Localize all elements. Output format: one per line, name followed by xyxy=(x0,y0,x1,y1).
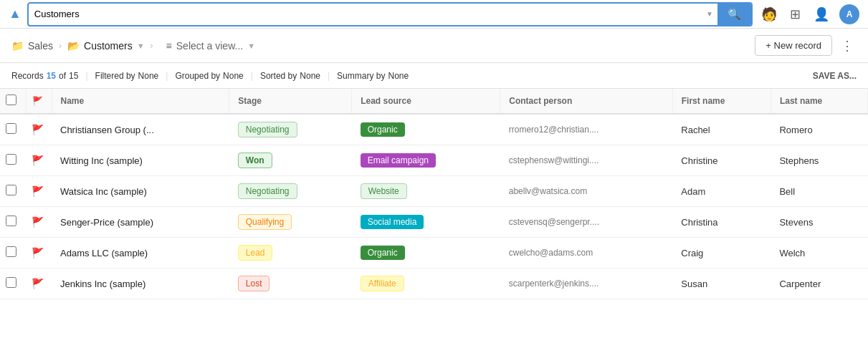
row-checkbox[interactable] xyxy=(6,154,16,165)
sep-1: | xyxy=(85,71,87,81)
flag-icon[interactable]: 🚩 xyxy=(32,155,44,166)
row-checkbox[interactable] xyxy=(6,216,16,226)
col-last-name: Last name xyxy=(771,89,867,114)
filtered-label: Filtered by xyxy=(95,71,135,81)
sales-label: Sales xyxy=(28,40,53,52)
app-logo: ▲ xyxy=(9,6,22,21)
grid-apps-button[interactable]: ⊞ xyxy=(787,4,803,25)
row-first-name-cell: Christina xyxy=(672,207,771,238)
row-checkbox[interactable] xyxy=(6,123,16,134)
flag-icon[interactable]: 🚩 xyxy=(32,185,44,197)
row-stage-cell: Qualifying xyxy=(229,207,352,238)
row-checkbox-cell xyxy=(0,268,26,299)
row-checkbox[interactable] xyxy=(6,246,16,257)
row-last-name-cell: Stevens xyxy=(771,207,867,238)
sep-2: | xyxy=(166,71,168,81)
view-dropdown-icon: ▼ xyxy=(247,42,255,50)
account-button[interactable]: 👤 xyxy=(811,4,832,25)
row-name-cell[interactable]: Senger-Price (sample) xyxy=(52,207,229,238)
search-wrapper: ▼ 🔍 xyxy=(27,2,753,26)
view-label: Select a view... xyxy=(176,40,243,52)
sales-folder-icon: 📁 xyxy=(11,40,24,52)
search-button[interactable]: 🔍 xyxy=(717,4,751,25)
lead-source-badge[interactable]: Social media xyxy=(361,215,424,229)
stage-badge[interactable]: Lost xyxy=(238,276,270,291)
table-row: 🚩 Christiansen Group (... Negotiating Or… xyxy=(0,114,868,145)
row-lead-source-cell: Website xyxy=(352,176,500,207)
breadcrumb-sales[interactable]: 📁 Sales xyxy=(11,40,53,52)
new-record-button[interactable]: + New record xyxy=(755,35,832,56)
search-input[interactable] xyxy=(29,6,702,22)
row-flag-cell: 🚩 xyxy=(26,145,52,176)
row-stage-cell: Lost xyxy=(229,268,352,299)
view-icon: ≡ xyxy=(166,40,172,52)
search-dropdown-arrow[interactable]: ▼ xyxy=(702,7,717,21)
row-stage-cell: Won xyxy=(229,145,352,176)
breadcrumb-customers[interactable]: 📂 Customers ▼ xyxy=(67,40,145,52)
col-first-name: First name xyxy=(672,89,771,114)
table-row: 🚩 Jenkins Inc (sample) Lost Affiliate sc… xyxy=(0,268,868,299)
row-flag-cell: 🚩 xyxy=(26,114,52,145)
records-total: 15 xyxy=(69,71,78,81)
grouped-value[interactable]: None xyxy=(223,71,244,81)
flag-icon[interactable]: 🚩 xyxy=(32,247,44,258)
row-checkbox-cell xyxy=(0,238,26,268)
row-name-cell[interactable]: Watsica Inc (sample) xyxy=(52,176,229,207)
view-selector[interactable]: ≡ Select a view... ▼ xyxy=(159,37,262,54)
customers-table: 🚩 Name Stage Lead source Contact person … xyxy=(0,89,868,299)
filtered-value[interactable]: None xyxy=(138,71,159,81)
row-name-cell[interactable]: Jenkins Inc (sample) xyxy=(52,268,229,299)
row-last-name-cell: Stephens xyxy=(771,145,867,176)
row-flag-cell: 🚩 xyxy=(26,238,52,268)
customers-folder-icon: 📂 xyxy=(67,40,80,52)
row-lead-source-cell: Email campaign xyxy=(352,145,500,176)
lead-source-badge[interactable]: Website xyxy=(361,183,407,199)
row-checkbox[interactable] xyxy=(6,185,16,195)
row-contact-cell: abellv@watsica.com xyxy=(500,176,673,207)
lead-source-badge[interactable]: Organic xyxy=(361,122,405,137)
row-checkbox[interactable] xyxy=(6,277,16,288)
avatar[interactable]: A xyxy=(839,4,859,24)
select-all-checkbox[interactable] xyxy=(6,95,16,105)
flag-icon[interactable]: 🚩 xyxy=(32,278,44,289)
lead-source-badge[interactable]: Email campaign xyxy=(361,153,436,168)
col-name: Name xyxy=(52,89,229,114)
row-first-name-cell: Susan xyxy=(672,268,771,299)
row-checkbox-cell xyxy=(0,207,26,238)
flag-icon[interactable]: 🚩 xyxy=(32,216,44,228)
lead-source-badge[interactable]: Affiliate xyxy=(361,276,404,291)
table-row: 🚩 Senger-Price (sample) Qualifying Socia… xyxy=(0,207,868,238)
row-contact-cell: cstevensq@sengerpr.... xyxy=(500,207,673,238)
row-contact-cell: scarpenterk@jenkins.... xyxy=(500,268,673,299)
breadcrumb-sep-1: › xyxy=(59,41,62,51)
flag-icon[interactable]: 🚩 xyxy=(32,124,44,135)
stage-badge[interactable]: Lead xyxy=(238,245,273,261)
sorted-value[interactable]: None xyxy=(300,71,320,81)
row-first-name-cell: Christine xyxy=(672,145,771,176)
row-last-name-cell: Welch xyxy=(771,238,867,268)
customers-dropdown-icon: ▼ xyxy=(137,42,145,50)
stage-badge[interactable]: Qualifying xyxy=(238,214,292,230)
kebab-menu-button[interactable]: ⋮ xyxy=(838,35,857,57)
stage-badge[interactable]: Negotiating xyxy=(238,183,297,199)
row-stage-cell: Lead xyxy=(229,238,352,268)
row-name-cell[interactable]: Adams LLC (sample) xyxy=(52,238,229,268)
sorted-label: Sorted by xyxy=(260,71,297,81)
lead-source-badge[interactable]: Organic xyxy=(361,246,405,260)
row-last-name-cell: Carpenter xyxy=(771,268,867,299)
sep-3: | xyxy=(251,71,253,81)
row-lead-source-cell: Social media xyxy=(352,207,500,238)
save-as-button[interactable]: SAVE AS... xyxy=(813,71,857,81)
stage-badge[interactable]: Negotiating xyxy=(238,122,297,137)
col-flag: 🚩 xyxy=(26,89,52,114)
breadcrumb-sep-2: › xyxy=(151,41,153,51)
top-bar-right: 🧑 ⊞ 👤 A xyxy=(758,4,859,25)
customers-label: Customers xyxy=(84,40,133,52)
row-name-cell[interactable]: Witting Inc (sample) xyxy=(52,145,229,176)
person-icon-button[interactable]: 🧑 xyxy=(758,4,780,25)
row-name-cell[interactable]: Christiansen Group (... xyxy=(52,114,229,145)
row-lead-source-cell: Organic xyxy=(352,114,500,145)
summary-label: Summary by xyxy=(337,71,385,81)
stage-badge[interactable]: Won xyxy=(238,153,272,168)
summary-value[interactable]: None xyxy=(388,71,409,81)
